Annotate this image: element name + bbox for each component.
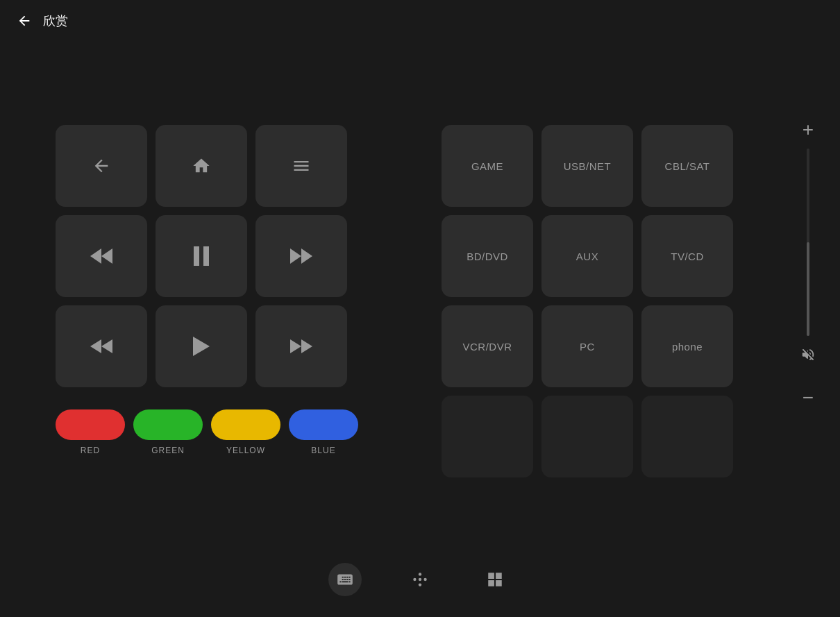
source-row-1: GAME USB/NET CBL/SAT bbox=[442, 125, 733, 207]
source-row-3: VCR/DVR PC phone bbox=[442, 305, 733, 387]
svg-marker-7 bbox=[90, 339, 101, 353]
svg-rect-2 bbox=[194, 246, 199, 266]
right-panel: + − bbox=[789, 111, 828, 416]
vcr-dvr-button[interactable]: VCR/DVR bbox=[442, 305, 533, 387]
svg-marker-6 bbox=[101, 339, 112, 353]
page-title: 欣赏 bbox=[43, 12, 68, 29]
blue-button-wrap: BLUE bbox=[289, 409, 358, 455]
rewind-button[interactable] bbox=[56, 305, 147, 387]
control-row-2 bbox=[56, 215, 358, 297]
minus-icon: − bbox=[803, 387, 814, 409]
svg-marker-9 bbox=[290, 339, 301, 353]
svg-marker-4 bbox=[290, 248, 301, 264]
svg-point-14 bbox=[413, 578, 416, 581]
yellow-button-wrap: YELLOW bbox=[211, 409, 280, 455]
green-button-wrap: GREEN bbox=[133, 409, 203, 455]
svg-marker-10 bbox=[301, 339, 312, 353]
pause-button[interactable] bbox=[156, 215, 247, 297]
prev-track-button[interactable] bbox=[56, 215, 147, 297]
main-content: RED GREEN YELLOW BLUE GAME USB/NET CBL/S… bbox=[0, 111, 840, 491]
bd-dvd-button[interactable]: BD/DVD bbox=[442, 215, 533, 297]
svg-rect-3 bbox=[203, 246, 209, 266]
red-label: RED bbox=[81, 446, 100, 455]
middle-panel: GAME USB/NET CBL/SAT BD/DVD AUX TV/CD VC… bbox=[442, 125, 733, 477]
volume-fill bbox=[807, 242, 809, 336]
plus-icon: + bbox=[803, 119, 814, 141]
volume-down-button[interactable]: − bbox=[789, 379, 828, 416]
svg-point-12 bbox=[419, 573, 421, 575]
svg-marker-0 bbox=[101, 248, 112, 264]
header: 欣赏 bbox=[0, 0, 840, 42]
volume-mute-button[interactable] bbox=[789, 336, 828, 373]
svg-marker-1 bbox=[90, 248, 101, 264]
empty-btn-3[interactable] bbox=[641, 396, 733, 477]
yellow-label: YELLOW bbox=[226, 446, 265, 455]
control-row-3 bbox=[56, 305, 358, 387]
usb-net-button[interactable]: USB/NET bbox=[541, 125, 633, 207]
svg-marker-8 bbox=[193, 337, 210, 356]
empty-btn-1[interactable] bbox=[442, 396, 533, 477]
source-row-4 bbox=[442, 396, 733, 477]
svg-point-15 bbox=[423, 578, 426, 581]
yellow-button[interactable] bbox=[211, 409, 280, 440]
home-icon-button[interactable] bbox=[156, 125, 247, 207]
tv-cd-button[interactable]: TV/CD bbox=[641, 215, 733, 297]
keyboard-nav-button[interactable] bbox=[328, 563, 362, 596]
green-button[interactable] bbox=[133, 409, 203, 440]
play-button[interactable] bbox=[156, 305, 247, 387]
cbl-sat-button[interactable]: CBL/SAT bbox=[641, 125, 733, 207]
game-button[interactable]: GAME bbox=[442, 125, 533, 207]
volume-up-button[interactable]: + bbox=[789, 111, 828, 149]
color-buttons: RED GREEN YELLOW BLUE bbox=[56, 409, 358, 455]
menu-icon-button[interactable] bbox=[255, 125, 347, 207]
bottom-nav bbox=[328, 563, 512, 596]
back-button[interactable] bbox=[17, 13, 32, 28]
control-row-1 bbox=[56, 125, 358, 207]
fast-forward-button[interactable] bbox=[255, 305, 347, 387]
svg-point-11 bbox=[419, 578, 421, 581]
svg-marker-5 bbox=[301, 248, 312, 264]
empty-btn-2[interactable] bbox=[541, 396, 633, 477]
green-label: GREEN bbox=[151, 446, 185, 455]
next-track-button[interactable] bbox=[255, 215, 347, 297]
grid-nav-button[interactable] bbox=[478, 563, 512, 596]
left-panel: RED GREEN YELLOW BLUE bbox=[56, 125, 358, 477]
aux-button[interactable]: AUX bbox=[541, 215, 633, 297]
volume-track bbox=[807, 149, 809, 336]
red-button-wrap: RED bbox=[56, 409, 125, 455]
back-icon-button[interactable] bbox=[56, 125, 147, 207]
pc-button[interactable]: PC bbox=[541, 305, 633, 387]
dpad-nav-button[interactable] bbox=[403, 563, 437, 596]
source-row-2: BD/DVD AUX TV/CD bbox=[442, 215, 733, 297]
red-button[interactable] bbox=[56, 409, 125, 440]
svg-point-13 bbox=[419, 583, 421, 586]
blue-label: BLUE bbox=[311, 446, 335, 455]
blue-button[interactable] bbox=[289, 409, 358, 440]
phone-button[interactable]: phone bbox=[641, 305, 733, 387]
